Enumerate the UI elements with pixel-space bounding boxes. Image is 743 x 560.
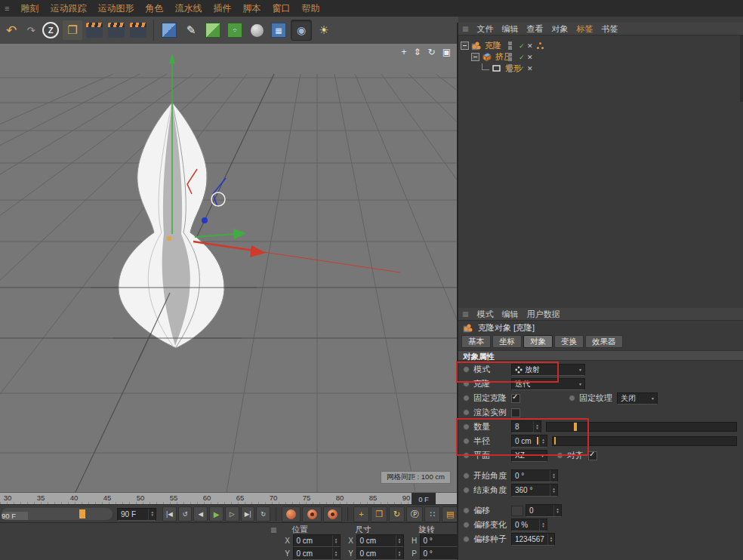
- play-button[interactable]: ▶: [209, 506, 224, 522]
- goto-end-button[interactable]: ▶|: [241, 506, 255, 522]
- frame-range-handle[interactable]: [79, 509, 85, 518]
- cloner-icon[interactable]: [471, 41, 481, 51]
- stepper[interactable]: [533, 421, 541, 432]
- anim-dot[interactable]: [463, 423, 470, 430]
- anim-dot[interactable]: [463, 452, 470, 459]
- fix-texture-dropdown[interactable]: 关闭: [617, 392, 658, 405]
- z-tool-icon[interactable]: Z: [41, 20, 60, 40]
- anim-dot[interactable]: [463, 409, 470, 416]
- frame-stepper[interactable]: [148, 509, 156, 520]
- viewport-toggle-icon[interactable]: ▣: [442, 47, 451, 57]
- timeline-ruler[interactable]: 30 35 40 45 50 55 60 65 70 75 80 85 90 0…: [0, 492, 457, 505]
- menu-window[interactable]: 窗口: [272, 2, 290, 15]
- om-menu-file[interactable]: 文件: [477, 23, 494, 35]
- keyframe-rotation-toggle[interactable]: ↻: [389, 506, 405, 522]
- radius-field[interactable]: 0 cm: [511, 435, 547, 448]
- count-field[interactable]: 8: [511, 420, 541, 433]
- end-frame-box[interactable]: 0 F: [412, 493, 436, 505]
- stepper[interactable]: [550, 470, 557, 482]
- tab-basic[interactable]: 基本: [461, 335, 491, 348]
- enabled-check-icon[interactable]: ✓: [519, 54, 525, 61]
- clapboard-icon-3[interactable]: [128, 20, 148, 40]
- anim-dot[interactable]: [463, 487, 470, 494]
- toggle-cross-icon[interactable]: ✕: [527, 42, 533, 50]
- viewport[interactable]: + ⇕ ↻ ▣ 网格间距 : 100 cm: [0, 44, 457, 492]
- visibility-dots[interactable]: [508, 53, 512, 61]
- mograph-array-icon[interactable]: ⁘: [225, 20, 245, 40]
- blue-handle-dot[interactable]: [202, 217, 208, 223]
- z-axis-arrowhead[interactable]: [233, 229, 246, 239]
- light-icon[interactable]: [314, 20, 334, 40]
- stepper[interactable]: [332, 548, 340, 559]
- stepper[interactable]: [332, 535, 340, 546]
- am-menu-edit[interactable]: 编辑: [502, 309, 519, 320]
- array-icon[interactable]: ▦: [269, 20, 288, 40]
- anim-dot[interactable]: [463, 380, 470, 387]
- goto-start-button[interactable]: |◀: [162, 506, 177, 522]
- camera-icon[interactable]: [291, 20, 312, 41]
- mograph-dots-icon[interactable]: [537, 42, 544, 50]
- mode-dropdown[interactable]: 放射: [511, 364, 585, 376]
- rectangle-spline-icon[interactable]: [492, 63, 501, 73]
- offset-variation-field[interactable]: 0 %: [511, 518, 547, 531]
- expand-icon[interactable]: [471, 53, 479, 61]
- cube-primitive-icon[interactable]: [159, 20, 179, 40]
- anim-dot[interactable]: [463, 395, 470, 402]
- viewport-zoom-icon[interactable]: ⇕: [414, 47, 421, 57]
- toggle-cross-icon[interactable]: ✕: [527, 54, 533, 61]
- enabled-check-icon[interactable]: ✓: [519, 65, 525, 72]
- viewport-pan-icon[interactable]: +: [402, 47, 407, 57]
- tab-coordinates[interactable]: 坐标: [492, 335, 522, 348]
- radius-slider[interactable]: [552, 436, 737, 446]
- vase-model[interactable]: [119, 103, 224, 348]
- menu-mograph[interactable]: 运动图形: [97, 2, 134, 15]
- panel-grip-icon[interactable]: ▦: [462, 310, 469, 318]
- anim-dot[interactable]: [463, 536, 470, 543]
- generator-icon[interactable]: [203, 20, 223, 40]
- anim-dot[interactable]: [463, 472, 470, 479]
- enabled-check-icon[interactable]: ✓: [519, 42, 525, 50]
- frame-range-slider[interactable]: 90 F: [2, 508, 113, 520]
- rotation-circle-handle[interactable]: [211, 192, 225, 206]
- anim-dot[interactable]: [556, 452, 563, 459]
- am-menu-mode[interactable]: 模式: [477, 309, 494, 320]
- size-x-field[interactable]: 0 cm: [356, 534, 404, 547]
- viewport-rotate-icon[interactable]: ↻: [428, 47, 436, 57]
- stepper[interactable]: [539, 435, 547, 447]
- stepper[interactable]: [396, 548, 403, 559]
- anim-dot[interactable]: [463, 438, 470, 445]
- om-menu-view[interactable]: 查看: [527, 23, 544, 35]
- render-instances-checkbox[interactable]: [511, 408, 520, 417]
- menu-sculpt[interactable]: 雕刻: [20, 2, 39, 15]
- keyframe-scale-toggle[interactable]: ❒: [371, 506, 387, 522]
- om-menu-objects[interactable]: 对象: [552, 23, 569, 35]
- stepper[interactable]: [539, 519, 547, 531]
- tree-row-rectangle[interactable]: 矩形 ✓ ✕: [458, 63, 743, 74]
- tab-object[interactable]: 对象: [523, 335, 553, 348]
- expand-icon[interactable]: [461, 42, 469, 50]
- pen-spline-icon[interactable]: [181, 20, 201, 40]
- offset-curve-button[interactable]: [511, 506, 523, 516]
- stepper[interactable]: [553, 505, 561, 516]
- toggle-cross-icon[interactable]: ✕: [527, 65, 533, 72]
- slider-handle[interactable]: [574, 423, 577, 431]
- fix-clone-checkbox[interactable]: [511, 394, 520, 403]
- clones-dropdown[interactable]: 迭代: [511, 378, 585, 390]
- edit-render-settings-button[interactable]: [323, 506, 342, 522]
- stepper[interactable]: [396, 535, 403, 546]
- offset-seed-field[interactable]: 1234567: [511, 533, 555, 546]
- metaball-icon[interactable]: [247, 20, 267, 40]
- stepper[interactable]: [550, 485, 557, 496]
- menu-character[interactable]: 角色: [145, 2, 163, 15]
- current-frame-field[interactable]: 90 F: [117, 508, 156, 521]
- anim-dot[interactable]: [463, 522, 470, 528]
- menu-script[interactable]: 脚本: [242, 2, 261, 15]
- end-angle-field[interactable]: 360 °: [511, 484, 558, 497]
- keyframe-pla-toggle[interactable]: ∷: [424, 506, 441, 522]
- anim-dot[interactable]: [569, 395, 575, 402]
- om-menu-bookmarks[interactable]: 书签: [602, 23, 618, 35]
- align-checkbox[interactable]: [588, 451, 597, 460]
- om-menu-edit[interactable]: 编辑: [502, 23, 519, 35]
- offset-field[interactable]: 0: [526, 504, 562, 517]
- prev-key-button[interactable]: ↺: [178, 506, 193, 522]
